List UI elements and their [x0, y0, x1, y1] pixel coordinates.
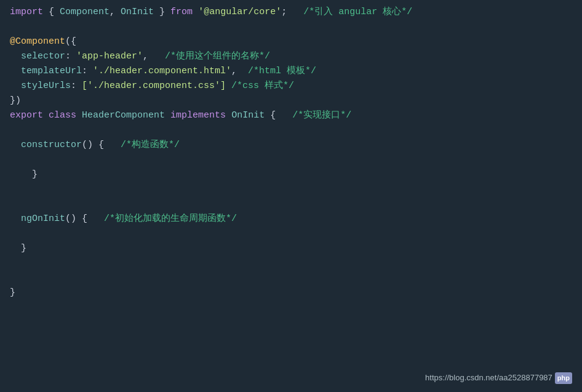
code-token — [226, 108, 231, 123]
code-token: , — [231, 64, 248, 79]
code-line — [10, 271, 572, 286]
code-line: import { Component, OnInit } from '@angu… — [10, 5, 572, 20]
code-line — [10, 123, 572, 138]
code-line: selector: 'app-header', /*使用这个组件的名称*/ — [10, 49, 572, 64]
code-token: ngOnInit — [10, 212, 65, 226]
code-token: } — [10, 241, 26, 256]
code-line: ngOnInit() { /*初始化加载的生命周期函数*/ — [10, 212, 572, 226]
code-token: : — [65, 49, 76, 64]
code-line — [10, 197, 572, 212]
code-token — [165, 108, 170, 123]
code-token — [193, 5, 198, 20]
code-line: constructor() { /*构造函数*/ — [10, 138, 572, 153]
code-line: templateUrl: './header.component.html', … — [10, 64, 572, 79]
code-token: /*引入 angular 核心*/ — [303, 5, 412, 20]
code-token: { — [43, 5, 60, 20]
code-line — [10, 256, 572, 271]
code-line: }) — [10, 94, 572, 108]
code-token: /*实现接口*/ — [292, 108, 351, 123]
code-token: { — [265, 108, 292, 123]
code-line — [10, 153, 572, 167]
watermark-php-badge: php — [555, 372, 572, 385]
code-line: } — [10, 286, 572, 300]
code-line: styleUrls: ['./header.component.css'] /*… — [10, 79, 572, 94]
code-token: }) — [10, 94, 21, 108]
code-token: /*初始化加载的生命周期函数*/ — [104, 212, 237, 226]
code-token: /*css 样式*/ — [231, 79, 294, 94]
code-token: export — [10, 108, 43, 123]
code-line: } — [10, 167, 572, 182]
code-token: from — [170, 5, 193, 20]
code-token: OnInit — [231, 108, 265, 123]
code-token: Component — [60, 5, 110, 20]
code-token: : — [82, 64, 93, 79]
code-line — [10, 226, 572, 241]
code-token: } — [10, 167, 38, 182]
code-token: , — [143, 49, 165, 64]
code-token: '@angular/core' — [198, 5, 281, 20]
code-token: implements — [170, 108, 226, 123]
watermark-url: https://blog.csdn.net/aa2528877987 — [425, 372, 552, 385]
code-token: ; — [281, 5, 303, 20]
code-token — [43, 108, 49, 123]
code-token: constructor — [10, 138, 82, 153]
code-token: () { — [65, 212, 104, 226]
code-token: 'app-header' — [76, 49, 143, 64]
code-token: } — [10, 286, 15, 300]
code-line: export class HeaderComponent implements … — [10, 108, 572, 123]
code-token: class — [49, 108, 76, 123]
code-line: } — [10, 241, 572, 256]
code-token: HeaderComponent — [82, 108, 165, 123]
code-token: /*使用这个组件的名称*/ — [165, 49, 270, 64]
code-token: @Component — [10, 34, 65, 49]
code-editor: import { Component, OnInit } from '@angu… — [0, 0, 582, 392]
code-token: } — [154, 5, 170, 20]
code-token: () { — [82, 138, 121, 153]
code-token — [226, 79, 231, 94]
code-token: /*html 模板*/ — [248, 64, 316, 79]
code-token: ['./header.component.css'] — [82, 79, 226, 94]
code-token: selector — [10, 49, 65, 64]
watermark: https://blog.csdn.net/aa2528877987php — [425, 372, 572, 385]
code-token: : — [71, 79, 82, 94]
code-token: /*构造函数*/ — [121, 138, 180, 153]
code-token: import — [10, 5, 43, 20]
code-token: styleUrls — [10, 79, 71, 94]
code-line — [10, 182, 572, 197]
code-token: templateUrl — [10, 64, 82, 79]
code-token: OnInit — [121, 5, 154, 20]
code-token: ({ — [65, 34, 76, 49]
code-token — [76, 108, 82, 123]
code-token: './header.component.html' — [93, 64, 231, 79]
code-token: , — [110, 5, 121, 20]
code-line — [10, 20, 572, 34]
code-line: @Component({ — [10, 34, 572, 49]
